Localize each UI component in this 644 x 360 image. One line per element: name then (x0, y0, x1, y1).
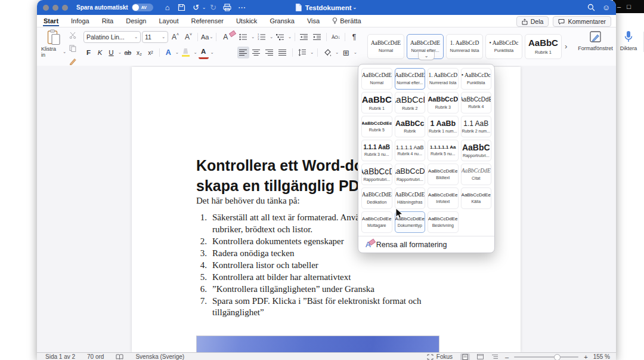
format-painter-icon[interactable] (68, 57, 78, 66)
grow-font-button[interactable]: A˄ (169, 31, 181, 43)
gallery-scroll-icon[interactable]: › (565, 42, 567, 51)
word-count[interactable]: 70 ord (87, 353, 104, 360)
tab-design[interactable]: Design (125, 16, 147, 26)
gallery-style-rubrik-1[interactable]: AaBbC Rubrik 1 (525, 34, 562, 59)
style-card-rubrik-4-num[interactable]: 1.1.1.1 AaBRubrik 4 nu... (395, 140, 426, 161)
show-marks-button[interactable]: ¶ (348, 31, 360, 43)
tab-utskick[interactable]: Utskick (236, 16, 258, 26)
home-icon[interactable]: ⌂ (162, 2, 174, 13)
increase-indent-button[interactable] (311, 31, 323, 43)
tab-rita[interactable]: Rita (101, 16, 114, 26)
sort-button[interactable]: ÅÖ↓ (330, 31, 342, 43)
gallery-style-punktlista[interactable]: • AaBbCcDc Punktlista (485, 34, 522, 59)
style-card-rubrik-2[interactable]: AaBbCcDRubrik 2 (395, 92, 426, 113)
style-card-rubrik-4[interactable]: AaBbCcDdERubrik 4 (461, 92, 492, 113)
underline-button[interactable]: U (106, 47, 116, 59)
undo-icon[interactable]: ↺ (190, 2, 202, 13)
document-title[interactable]: Testdokument (305, 4, 352, 11)
style-card-kalla[interactable]: AaBbCcDdEeKälla (461, 187, 492, 209)
style-card-halsningsfras[interactable]: AaBbCcDdEHälsningsfras (395, 187, 426, 209)
style-card-mottagare[interactable]: AaBbCcDdEeMottagare (361, 211, 392, 233)
superscript-button[interactable]: x² (145, 47, 156, 59)
zoom-out-button[interactable]: – (505, 353, 509, 360)
undo-chevron-icon[interactable]: ⌄ (202, 5, 206, 10)
clear-formatting-button[interactable]: A (219, 31, 231, 43)
tab-infoga[interactable]: Infoga (70, 16, 90, 26)
align-left-button[interactable] (237, 47, 249, 59)
style-card-rapportrubrik-3[interactable]: AaBbCcDcRapportrubri... (395, 164, 426, 185)
style-card-normal-efter[interactable]: AaBbCcDdENormal efter... (395, 68, 426, 90)
web-layout-view-button[interactable] (475, 353, 485, 360)
outline-view-button[interactable] (490, 353, 500, 360)
font-color-chevron-icon[interactable]: ⌄ (210, 50, 214, 55)
style-card-citat[interactable]: AaBbCcDdECitat (461, 164, 492, 185)
shading-button[interactable] (321, 47, 333, 59)
focus-button[interactable]: Fokus (427, 353, 453, 360)
style-card-rubrik-5[interactable]: AaBbCcDdEeRubrik 5 (361, 116, 392, 137)
change-case-button[interactable]: Aa⌄ (201, 31, 213, 43)
background-minimize-glyph[interactable]: – (617, 3, 621, 10)
page-count[interactable]: Sida 1 av 2 (45, 353, 75, 360)
dictate-button[interactable]: Diktera (617, 29, 641, 67)
style-card-rapportrubrik-2[interactable]: AaBbCcDRapportrubri... (361, 164, 392, 185)
highlight-chevron-icon[interactable]: ⌄ (194, 50, 197, 55)
comments-button[interactable]: Kommentarer (553, 16, 611, 27)
search-icon[interactable] (587, 4, 595, 11)
multilevel-list-button[interactable] (274, 31, 286, 43)
minimize-window-button[interactable] (52, 5, 58, 11)
decrease-indent-button[interactable] (298, 31, 310, 43)
gallery-style-numrerad-lista[interactable]: 1. AaBbCcD Numrerad lista (446, 34, 483, 59)
zoom-in-button[interactable]: + (584, 353, 587, 360)
tab-visa[interactable]: Visa (306, 16, 320, 26)
share-button[interactable]: Dela (516, 16, 549, 27)
tab-beratta[interactable]: Berätta (332, 16, 361, 26)
save-icon[interactable] (176, 2, 188, 13)
borders-button[interactable]: ⊞ (340, 47, 352, 59)
align-center-button[interactable] (250, 47, 262, 59)
style-card-rubrik-3[interactable]: AaBbCcDRubrik 3 (428, 92, 459, 113)
style-card-rapportrubrik-1[interactable]: AaBbCRapportrubri... (461, 140, 492, 161)
style-card-rubrik-3-num[interactable]: 1.1.1 AaBRubrik 3 nu... (361, 140, 392, 161)
tab-layout[interactable]: Layout (158, 16, 179, 26)
shrink-font-button[interactable]: A˅ (182, 31, 194, 43)
highlight-button[interactable] (180, 47, 192, 59)
feedback-smiley-icon[interactable]: ☺ (602, 3, 610, 12)
tab-granska[interactable]: Granska (269, 16, 295, 26)
tab-start[interactable]: Start (43, 16, 59, 26)
style-card-bildtext[interactable]: AaBbCcDdEeBildtext (428, 164, 459, 185)
copy-icon[interactable] (68, 44, 78, 53)
tab-referenser[interactable]: Referenser (191, 16, 224, 26)
line-spacing-button[interactable] (296, 47, 308, 59)
style-card-punktlista[interactable]: • AaBbCcDcPunktlista (461, 68, 492, 90)
style-card-beskrivning[interactable]: AaBbCcDdEeBeskrivning (428, 211, 459, 233)
style-card-numrerad-lista[interactable]: 1. AaBbCcDNumrerad lista (428, 68, 459, 90)
format-pane-button[interactable]: Formatfönstret (574, 29, 617, 67)
styles-gallery-expander[interactable]: ⌄ (418, 52, 435, 60)
close-window-button[interactable] (43, 5, 49, 11)
print-layout-view-button[interactable] (460, 353, 470, 360)
bold-button[interactable]: F (83, 47, 94, 59)
text-effects-chevron-icon[interactable]: ⌄ (175, 50, 179, 55)
font-size-select[interactable]: 11⌄ (142, 31, 168, 43)
title-chevron-icon[interactable]: ⌄ (353, 5, 357, 10)
proofing-icon[interactable] (116, 354, 123, 360)
style-card-rubrik-1[interactable]: AaBbCRubrik 1 (361, 92, 392, 113)
clear-all-formatting-button[interactable]: A Rensa all formatering (358, 236, 494, 253)
print-icon[interactable] (221, 2, 233, 13)
style-card-rubrik-5-num[interactable]: 1.1.1.1.1 AaRubrik 5 nu... (428, 140, 459, 161)
numbered-list-button[interactable]: 123 (256, 31, 268, 43)
bullet-list-button[interactable] (237, 31, 249, 43)
autosave-toggle[interactable]: AV (132, 4, 153, 11)
redo-icon[interactable]: ↻ (207, 2, 219, 13)
subscript-button[interactable]: x₂ (134, 47, 144, 59)
justify-button[interactable] (277, 47, 289, 59)
style-card-rubrik[interactable]: AaBbCcRubrik (395, 116, 426, 137)
zoom-level[interactable]: 155 % (593, 353, 610, 360)
cut-icon[interactable] (68, 30, 78, 39)
paste-button[interactable]: Klistra in⌄ (41, 29, 66, 67)
text-effects-button[interactable]: A (163, 47, 174, 59)
zoom-window-button[interactable] (62, 5, 68, 11)
zoom-slider[interactable] (514, 356, 578, 358)
gallery-style-normal[interactable]: AaBbCcDdE Normal (367, 34, 404, 59)
style-card-infotext[interactable]: AaBbCcDdEeInfotext (428, 187, 459, 209)
